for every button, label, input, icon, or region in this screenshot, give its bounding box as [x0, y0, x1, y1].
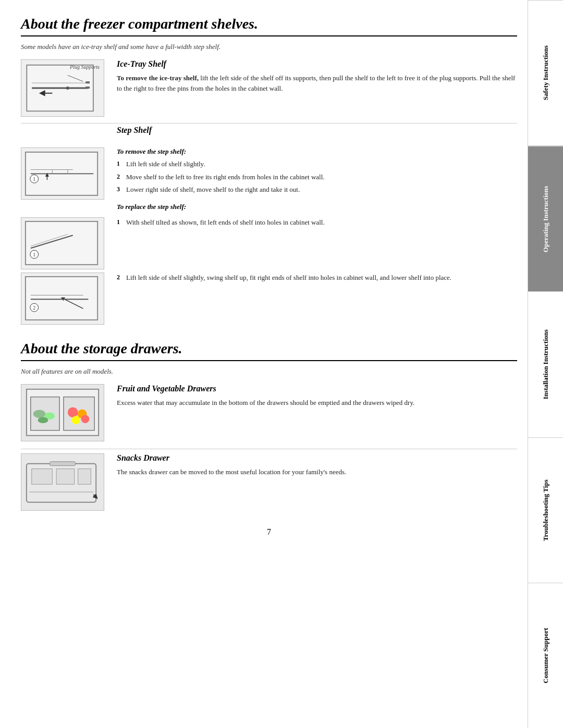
step-shelf-image-1: 1: [21, 147, 104, 200]
svg-rect-38: [78, 469, 91, 485]
step-num: 1: [117, 160, 126, 168]
freezer-divider: [21, 35, 517, 36]
replace-shelf-subheading: To replace the step shelf:: [117, 203, 517, 211]
step-text: Move shelf to the left to free its right…: [126, 172, 325, 182]
remove-step: 2Move shelf to the left to free its righ…: [117, 172, 517, 182]
main-content: About the freezer compartment shelves. S…: [0, 0, 528, 728]
svg-point-27: [33, 410, 46, 418]
ice-tray-body-bold: To remove the ice-tray shelf,: [117, 74, 199, 82]
plug-supports-label: Plug Supports: [70, 64, 100, 70]
snacks-drawer-body: The snacks drawer can be moved to the mo…: [117, 467, 517, 477]
step-shelf-image-2: 1: [21, 217, 104, 269]
step-text: With shelf tilted as shown, fit left end…: [126, 217, 325, 228]
ice-tray-shelf-text: Ice-Tray Shelf To remove the ice-tray sh…: [117, 59, 517, 93]
ice-tray-shelf-block: Plug Supports: [21, 59, 517, 124]
replace-step2-block: 2 2Lift left side of shelf slightly, swi…: [21, 273, 517, 325]
fruit-drawer-image: [21, 384, 104, 441]
ice-tray-heading: Ice-Tray Shelf: [117, 59, 517, 69]
svg-rect-35: [50, 462, 75, 466]
sidebar-tab-installation[interactable]: Installation Instructions: [528, 291, 563, 437]
step-num: 2: [117, 173, 126, 181]
storage-divider: [21, 360, 517, 361]
replace-step1-block: 1 1With shelf tilted as shown, fit left …: [21, 217, 517, 269]
step-num: 1: [117, 218, 126, 226]
replace-step: 2Lift left side of shelf slightly, swing…: [117, 273, 517, 283]
sidebar-tab-troubleshooting[interactable]: Troubleshooting Tips: [528, 437, 563, 583]
svg-point-33: [81, 415, 90, 423]
page-number: 7: [267, 527, 271, 537]
sidebar-tab-consumer[interactable]: Consumer Support: [528, 583, 563, 728]
replace-step: 1With shelf tilted as shown, fit left en…: [117, 217, 517, 228]
ice-tray-body: To remove the ice-tray shelf, lift the l…: [117, 73, 517, 93]
svg-rect-36: [32, 469, 53, 485]
svg-point-30: [68, 408, 78, 418]
snacks-drawer-image: [21, 453, 104, 511]
sidebar-tab-operating[interactable]: Operating Instructions: [528, 146, 563, 291]
snacks-drawer-heading: Snacks Drawer: [117, 453, 517, 463]
step-num: 3: [117, 186, 126, 193]
step-shelf-remove-block: 1 To remove the step shelf:: [21, 147, 517, 214]
storage-section: About the storage drawers. Not all featu…: [21, 340, 517, 518]
sidebar-tabs: Safety Instructions Operating Instructio…: [528, 0, 563, 728]
replace-step2-text: 2Lift left side of shelf slightly, swing…: [117, 273, 517, 286]
replace-step1: 1With shelf tilted as shown, fit left en…: [117, 217, 517, 228]
step-shelf-remove-text: To remove the step shelf: 1Lift left sid…: [117, 147, 517, 214]
replace-step2: 2Lift left side of shelf slightly, swing…: [117, 273, 517, 283]
step-text: Lift left side of shelf slightly, swing …: [126, 273, 451, 283]
step-shelf-image-3: 2: [21, 273, 104, 325]
sidebar: Safety Instructions Operating Instructio…: [528, 0, 563, 728]
remove-step: 3Lower right side of shelf, move shelf t…: [117, 184, 517, 195]
step-num: 2: [117, 274, 126, 281]
svg-text:1: 1: [33, 252, 35, 257]
remove-step: 1Lift left side of shelf slightly.: [117, 159, 517, 169]
storage-subtitle: Not all features are on all models.: [21, 367, 517, 376]
svg-rect-4: [85, 87, 90, 89]
fruit-drawer-body: Excess water that may accumulate in the …: [117, 398, 517, 408]
page-wrapper: About the freezer compartment shelves. S…: [0, 0, 563, 728]
svg-rect-19: [26, 277, 97, 320]
page-number-container: 7: [21, 522, 517, 542]
fruit-drawer-text: Fruit and Vegetable Drawers Excess water…: [117, 384, 517, 408]
snacks-drawer-block: Snacks Drawer The snacks drawer can be m…: [21, 453, 517, 518]
svg-rect-37: [56, 469, 75, 485]
svg-point-29: [38, 417, 48, 423]
fruit-drawer-block: Fruit and Vegetable Drawers Excess water…: [21, 384, 517, 449]
freezer-section-title: About the freezer compartment shelves.: [21, 16, 517, 32]
remove-steps: 1Lift left side of shelf slightly.2Move …: [117, 159, 517, 195]
svg-point-6: [66, 87, 69, 90]
svg-point-32: [72, 416, 80, 424]
step-text: Lift left side of shelf slightly.: [126, 159, 205, 169]
sidebar-tab-safety[interactable]: Safety Instructions: [528, 0, 563, 146]
snacks-drawer-text: Snacks Drawer The snacks drawer can be m…: [117, 453, 517, 477]
freezer-subtitle: Some models have an ice-tray shelf and s…: [21, 43, 517, 51]
fruit-drawer-heading: Fruit and Vegetable Drawers: [117, 384, 517, 393]
step-text: Lower right side of shelf, move shelf to…: [126, 184, 300, 195]
storage-section-title: About the storage drawers.: [21, 340, 517, 357]
svg-rect-3: [85, 81, 90, 83]
ice-tray-image: Plug Supports: [21, 59, 104, 117]
step-shelf-section: Step Shelf 1: [21, 126, 517, 325]
replace-step1-text: 1With shelf tilted as shown, fit left en…: [117, 217, 517, 230]
remove-shelf-subheading: To remove the step shelf:: [117, 147, 517, 156]
step-shelf-heading: Step Shelf: [117, 126, 517, 135]
svg-text:1: 1: [33, 176, 35, 182]
svg-text:2: 2: [33, 305, 35, 311]
